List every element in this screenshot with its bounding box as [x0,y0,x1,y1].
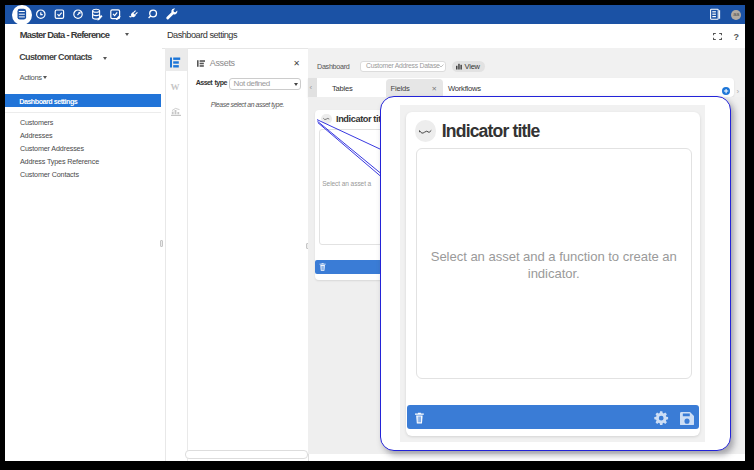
svg-text:W: W [171,82,180,92]
